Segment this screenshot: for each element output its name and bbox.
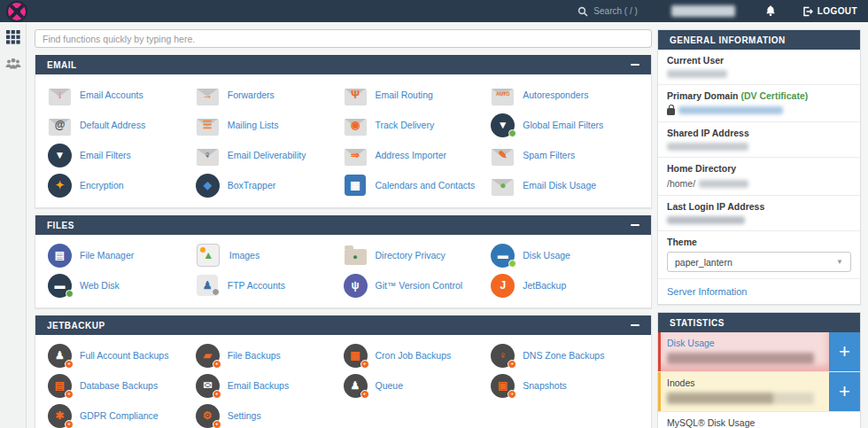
item-calendars-and-contacts[interactable]: ▦Calendars and Contacts <box>344 175 492 196</box>
item-label: File Backups <box>228 350 281 361</box>
item-label: DNS Zone Backups <box>523 350 604 361</box>
item-ftp-accounts[interactable]: ♟FTP Accounts <box>196 275 344 296</box>
item-gdpr-compliance[interactable]: ✱+GDPR Compliance <box>48 404 196 428</box>
item-dns-zone-backups[interactable]: ♀+DNS Zone Backups <box>491 344 639 368</box>
section-header-files[interactable]: FILES <box>35 215 651 235</box>
item-address-importer[interactable]: ⇒Address Importer <box>344 144 492 167</box>
item-database-backups[interactable]: ▤+Database Backups <box>48 374 196 398</box>
item-label: Email Disk Usage <box>523 180 596 191</box>
global-search-button[interactable]: Search ( / ) <box>577 6 637 17</box>
default-address-icon: @ <box>48 113 72 137</box>
settings-icon: ⚙+ <box>196 404 220 428</box>
item-cron-job-backups[interactable]: ▦+Cron Job Backups <box>344 344 492 368</box>
collapse-icon[interactable] <box>631 224 639 227</box>
cpanel-logo-icon[interactable] <box>8 3 26 20</box>
quick-search-input[interactable] <box>35 29 652 48</box>
item-track-delivery[interactable]: ◉Track Delivery <box>344 113 492 137</box>
item-label: Disk Usage <box>523 250 570 261</box>
gi-label: Primary Domain (DV Certificate) <box>667 90 851 101</box>
refresh-badge-icon: + <box>213 390 221 399</box>
gi-label: Current User <box>667 55 851 66</box>
gi-row-current-user: Current User <box>658 50 860 84</box>
global-email-filters-icon: ▼ <box>491 113 515 137</box>
server-information-link[interactable]: Server Information <box>658 278 860 304</box>
add-stat-button[interactable]: + <box>829 372 860 411</box>
item-email-deliverability[interactable]: ♀Email Deliverability <box>196 144 344 167</box>
encryption-icon: ✦ <box>48 174 72 198</box>
dv-certificate-link[interactable]: (DV Certificate) <box>739 90 809 101</box>
gi-value <box>667 105 851 115</box>
blurred-value <box>667 70 727 78</box>
refresh-badge-icon: + <box>65 390 74 399</box>
gi-value-prefix: /home/ <box>667 178 695 189</box>
item-boxtrapper[interactable]: ◆BoxTrapper <box>196 174 344 198</box>
item-images[interactable]: ▲Images <box>196 244 344 267</box>
item-jetbackup[interactable]: JJetBackup <box>491 274 639 298</box>
item-label: Mailing Lists <box>228 120 279 130</box>
stat-label: Inodes <box>667 377 820 388</box>
item-spam-filters[interactable]: ✎Spam Filters <box>491 144 639 167</box>
statistics-panel: STATISTICS Disk Usage+Inodes+MySQL® Disk… <box>657 312 861 428</box>
item-file-backups[interactable]: ▰+File Backups <box>196 344 344 368</box>
apps-grid-button[interactable] <box>6 30 20 44</box>
item-directory-privacy[interactable]: ●Directory Privacy <box>344 245 492 265</box>
item-global-email-filters[interactable]: ▼Global Email Filters <box>491 113 639 137</box>
item-disk-usage[interactable]: ▬Disk Usage <box>491 244 639 268</box>
add-stat-button[interactable]: + <box>829 332 860 371</box>
general-information-title: GENERAL INFORMATION <box>670 35 786 45</box>
database-backups-icon: ▤+ <box>48 374 72 398</box>
item-default-address[interactable]: @Default Address <box>48 113 196 137</box>
item-git-version-control[interactable]: ψGit™ Version Control <box>344 274 492 298</box>
email-accounts-icon: ↓ <box>48 83 72 107</box>
item-label: FTP Accounts <box>228 280 285 291</box>
refresh-badge-icon: + <box>360 360 369 369</box>
item-email-disk-usage[interactable]: ●Email Disk Usage <box>491 174 639 198</box>
item-label: Settings <box>228 410 261 421</box>
item-email-backups[interactable]: ✉+Email Backups <box>196 374 344 398</box>
blurred-value <box>667 216 745 224</box>
general-information-rows: Current UserPrimary Domain (DV Certifica… <box>658 50 860 230</box>
item-label: Encryption <box>80 180 124 191</box>
section-header-email[interactable]: EMAIL <box>35 55 651 74</box>
item-mailing-lists[interactable]: ☰Mailing Lists <box>196 113 344 137</box>
collapse-icon[interactable] <box>631 324 639 327</box>
item-queue[interactable]: ♟+Queue <box>344 374 492 398</box>
item-email-accounts[interactable]: ↓Email Accounts <box>48 83 196 107</box>
item-forwarders[interactable]: →Forwarders <box>196 83 344 107</box>
bell-icon <box>765 5 776 17</box>
general-information-header: GENERAL INFORMATION <box>658 30 860 50</box>
notifications-button[interactable] <box>765 5 776 17</box>
item-file-manager[interactable]: ▤File Manager <box>48 244 196 268</box>
search-icon <box>577 6 588 17</box>
gdpr-compliance-icon: ✱+ <box>48 404 72 428</box>
theme-select[interactable]: paper_lantern ▼ <box>667 252 851 272</box>
gi-row-home-directory: Home Directory/home/ <box>658 157 860 195</box>
item-encryption[interactable]: ✦Encryption <box>48 174 196 198</box>
item-email-routing[interactable]: ΨEmail Routing <box>344 83 492 107</box>
stat-label[interactable]: Disk Usage <box>667 338 820 348</box>
user-manager-button[interactable] <box>5 58 21 70</box>
refresh-badge-icon: + <box>213 360 221 369</box>
item-settings[interactable]: ⚙+Settings <box>196 404 344 428</box>
item-label: Email Filters <box>80 150 131 160</box>
item-label: Forwarders <box>228 89 275 100</box>
section-files: FILES▤File Manager▲Images●Directory Priv… <box>35 215 652 308</box>
gi-label: Home Directory <box>667 163 851 174</box>
item-email-filters[interactable]: ▼Email Filters <box>48 144 196 167</box>
section-header-jetbackup[interactable]: JETBACKUP <box>35 315 651 335</box>
boxtrapper-icon: ◆ <box>196 174 220 198</box>
collapse-icon[interactable] <box>631 64 639 66</box>
user-name-blurred[interactable] <box>671 5 735 17</box>
item-full-account-backups[interactable]: ♟+Full Account Backups <box>48 344 196 368</box>
item-label: Queue <box>376 380 404 391</box>
item-label: Snapshots <box>523 380 567 391</box>
item-web-disk[interactable]: ▬Web Disk <box>48 274 196 298</box>
file-backups-icon: ▰+ <box>196 344 220 368</box>
logout-button[interactable]: LOGOUT <box>802 6 857 17</box>
item-autoresponders[interactable]: AUTOAutoresponders <box>491 83 639 107</box>
refresh-badge-icon: + <box>508 390 516 399</box>
item-label: Email Backups <box>228 380 289 391</box>
item-snapshots[interactable]: ▣+Snapshots <box>491 374 639 398</box>
gi-row-primary-domain: Primary Domain (DV Certificate) <box>658 84 860 121</box>
email-backups-icon: ✉+ <box>196 374 220 398</box>
